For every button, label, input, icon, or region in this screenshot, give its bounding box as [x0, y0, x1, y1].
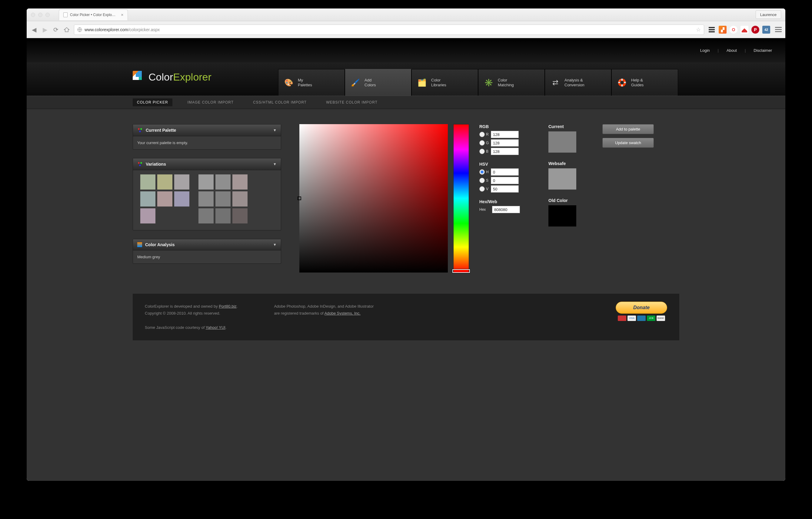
variation-swatch[interactable] [174, 175, 190, 189]
page-icon [63, 12, 67, 17]
input-s[interactable] [491, 177, 519, 184]
variation-swatch[interactable] [157, 175, 172, 189]
panel-header-current-palette[interactable]: Current Palette ▼ [133, 124, 281, 136]
variation-swatch[interactable] [140, 175, 155, 189]
address-bar[interactable]: www.colorexplorer.com/colorpicker.aspx ☆ [74, 25, 704, 35]
subtab-color-picker[interactable]: COLOR PICKER [133, 98, 172, 106]
variation-swatch[interactable] [174, 191, 190, 207]
footer: ColorExplorer is developed and owned by … [133, 294, 679, 340]
home-button[interactable] [63, 26, 70, 33]
panel-color-analysis: Color Analysis ▼ Medium grey [133, 239, 281, 264]
add-to-palette-button[interactable]: Add to palette [602, 124, 654, 134]
update-swatch-button[interactable]: Update swatch [602, 138, 654, 148]
variation-swatch[interactable] [199, 175, 213, 189]
profile-name: Laurence [760, 12, 777, 17]
hue-slider[interactable] [453, 124, 469, 273]
variation-swatch[interactable] [232, 208, 248, 223]
page-body: Login | About | Disclaimer ColorExplorer… [27, 38, 785, 481]
variation-swatch[interactable] [232, 175, 248, 189]
sv-cursor[interactable] [297, 196, 301, 200]
input-g[interactable] [491, 139, 519, 147]
input-h[interactable] [491, 169, 519, 176]
variation-swatch[interactable] [157, 191, 172, 207]
variation-swatch[interactable] [232, 191, 248, 207]
panel-header-analysis[interactable]: Color Analysis ▼ [133, 239, 281, 250]
extension-gmail-icon[interactable] [741, 26, 748, 34]
subtab-css-import[interactable]: CSS/HTML COLOR IMPORT [249, 98, 311, 106]
donate-button[interactable]: Donate [616, 302, 667, 314]
oldcolor-label: Old Color [548, 198, 582, 203]
variation-swatch[interactable] [140, 191, 155, 207]
yui-link[interactable]: Yahoo! YUI [206, 325, 225, 330]
minimize-window-icon[interactable] [38, 13, 42, 17]
login-link[interactable]: Login [700, 48, 710, 53]
extension-analytics-icon[interactable]: ▞ [719, 26, 727, 34]
back-button[interactable]: ◀ [30, 26, 37, 33]
radio-h[interactable] [479, 169, 485, 175]
disclaimer-link[interactable]: Disclaimer [754, 48, 772, 53]
window-controls[interactable] [31, 13, 50, 17]
color-inputs: RGB R G B HSV H S V Hex/Web Hex [479, 124, 534, 213]
extension-42-icon[interactable]: 42 [762, 26, 770, 34]
variation-swatch[interactable] [199, 191, 213, 207]
tab-analysis-conversion[interactable]: ⇄ Analysis &Conversion [545, 69, 611, 96]
action-column: Add to palette Update swatch [602, 124, 654, 148]
fan-icon: 🗂️ [417, 78, 427, 88]
extension-buffer-icon[interactable] [708, 26, 716, 34]
reload-button[interactable]: ⟳ [52, 26, 59, 33]
radio-r[interactable] [479, 132, 485, 137]
browser-window: Color Picker • Color Explo… × Laurence ◀… [27, 8, 785, 481]
radio-s[interactable] [479, 178, 485, 183]
browser-profile-button[interactable]: Laurence [756, 10, 781, 19]
tab-title: Color Picker • Color Explo… [70, 13, 115, 17]
subtab-website-import[interactable]: WEBSITE COLOR IMPORT [322, 98, 382, 106]
tab-help-guides[interactable]: 🛟 Help &Guides [611, 69, 678, 96]
input-hex[interactable] [492, 206, 520, 213]
picker-area: RGB R G B HSV H S V Hex/Web Hex Current [299, 124, 654, 273]
panel-current-palette: Current Palette ▼ Your current palette i… [133, 124, 281, 150]
oldcolor-swatch [548, 205, 576, 226]
panel-header-variations[interactable]: Variations ▼ [133, 158, 281, 170]
tab-my-palettes[interactable]: 🎨 MyPalettes [278, 69, 345, 96]
forward-button[interactable]: ▶ [41, 26, 49, 33]
current-label: Current [548, 124, 582, 129]
hsv-heading: HSV [479, 162, 534, 166]
variation-swatch[interactable] [140, 208, 155, 223]
chevron-down-icon: ▼ [273, 162, 277, 166]
tab-color-libraries[interactable]: 🗂️ ColorLibraries [411, 69, 478, 96]
arrows-icon: ⇄ [551, 78, 560, 88]
radio-v[interactable] [479, 186, 485, 192]
logo[interactable]: ColorExplorer [133, 71, 211, 83]
extension-adblock-icon[interactable]: O [730, 26, 737, 34]
variation-swatch[interactable] [215, 175, 231, 189]
port80-link[interactable]: Port80.biz [219, 304, 237, 309]
variation-swatch[interactable] [215, 208, 231, 223]
top-links: Login | About | Disclaimer [700, 48, 772, 53]
close-tab-icon[interactable]: × [121, 12, 123, 17]
sidebar: Current Palette ▼ Your current palette i… [133, 124, 281, 273]
tab-add-colors[interactable]: 🖌️ AddColors [345, 69, 411, 96]
footer-mid: Adobe Photoshop, Adobe InDesign, and Ado… [274, 303, 374, 331]
hue-cursor[interactable] [452, 269, 470, 273]
maximize-window-icon[interactable] [46, 13, 50, 17]
tab-color-matching[interactable]: ✳️ ColorMatching [478, 69, 545, 96]
bookmark-star-icon[interactable]: ☆ [696, 26, 701, 33]
about-link[interactable]: About [727, 48, 737, 53]
subtab-image-import[interactable]: IMAGE COLOR IMPORT [183, 98, 238, 106]
current-palette-body: Your current palette is empty. [133, 136, 281, 149]
extension-pinterest-icon[interactable]: P [751, 26, 759, 34]
browser-menu-icon[interactable] [775, 29, 782, 30]
variation-swatch[interactable] [215, 191, 231, 207]
adobe-link[interactable]: Adobe Systems, Inc. [324, 311, 360, 315]
radio-g[interactable] [479, 140, 485, 146]
input-b[interactable] [491, 148, 519, 155]
browser-tab[interactable]: Color Picker • Color Explo… × [59, 9, 128, 20]
variation-swatch[interactable] [199, 208, 213, 223]
close-window-icon[interactable] [31, 13, 35, 17]
hexweb-heading: Hex/Web [479, 199, 534, 204]
saturation-value-field[interactable] [299, 124, 448, 273]
input-r[interactable] [491, 131, 519, 138]
radio-b[interactable] [479, 149, 485, 154]
input-v[interactable] [491, 185, 519, 192]
header-nav: ColorExplorer 🎨 MyPalettes 🖌️ AddColors … [27, 62, 785, 96]
